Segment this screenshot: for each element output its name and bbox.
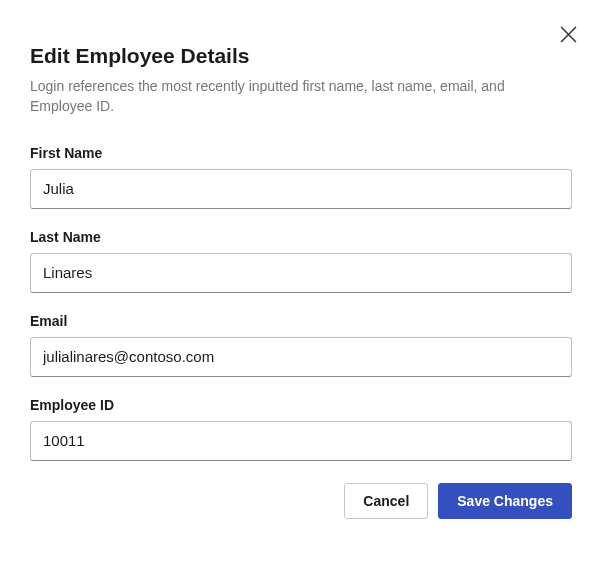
close-button[interactable] [556,22,580,46]
first-name-label: First Name [30,145,572,161]
first-name-group: First Name [30,145,572,209]
first-name-input[interactable] [30,169,572,209]
dialog-subtitle: Login references the most recently input… [30,76,550,117]
employee-id-input[interactable] [30,421,572,461]
close-icon [560,26,577,43]
email-label: Email [30,313,572,329]
email-input[interactable] [30,337,572,377]
dialog-title: Edit Employee Details [30,44,572,68]
button-row: Cancel Save Changes [30,483,572,519]
cancel-button[interactable]: Cancel [344,483,428,519]
employee-id-group: Employee ID [30,397,572,461]
last-name-label: Last Name [30,229,572,245]
last-name-input[interactable] [30,253,572,293]
last-name-group: Last Name [30,229,572,293]
save-changes-button[interactable]: Save Changes [438,483,572,519]
email-group: Email [30,313,572,377]
employee-id-label: Employee ID [30,397,572,413]
